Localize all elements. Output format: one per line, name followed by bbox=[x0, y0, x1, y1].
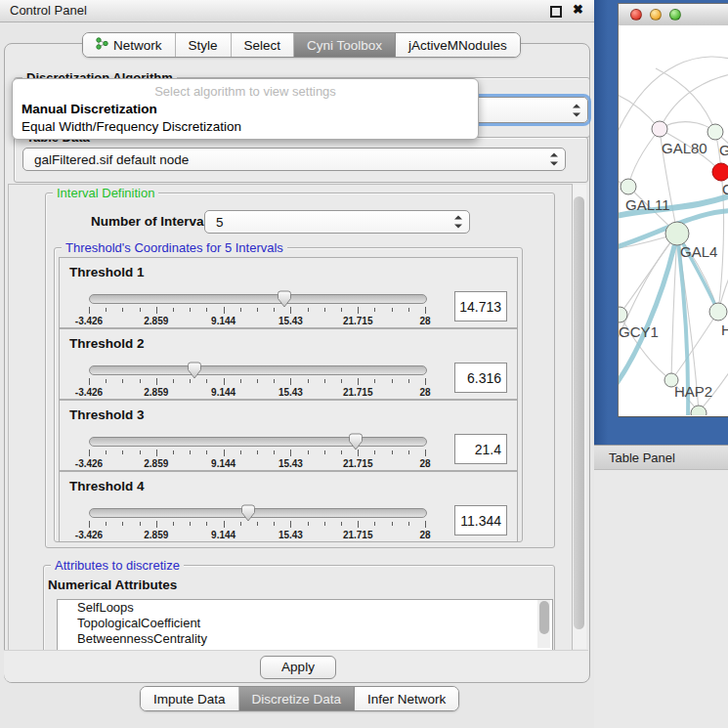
attribute-item[interactable]: BetweennessCentrality bbox=[58, 631, 552, 647]
top-tab-bar: NetworkStyleSelectCyni ToolboxjActiveMNo… bbox=[82, 32, 521, 58]
tab-network[interactable]: Network bbox=[83, 33, 176, 57]
node-label: HAP2 bbox=[674, 383, 712, 400]
node-label: GAL80 bbox=[662, 140, 707, 156]
tab-label: Select bbox=[244, 38, 281, 53]
numerical-attributes-list[interactable]: SelfLoopsTopologicalCoefficientBetweenne… bbox=[57, 599, 553, 651]
interval-definition-title: Interval Definition bbox=[53, 186, 158, 200]
zoom-traffic-light-icon[interactable] bbox=[669, 9, 681, 21]
node-label: H bbox=[721, 321, 728, 338]
algorithm-popup: Select algorithm to view settings Manual… bbox=[12, 78, 479, 140]
table-panel-title: Table Panel bbox=[609, 450, 675, 465]
tab-label: Style bbox=[189, 38, 218, 53]
network-icon bbox=[96, 37, 108, 53]
list-scrollbar[interactable] bbox=[537, 600, 550, 648]
node-label: GCY1 bbox=[619, 323, 659, 340]
network-node-c[interactable] bbox=[712, 163, 728, 181]
apply-button[interactable]: Apply bbox=[260, 656, 336, 679]
tab-impute-data[interactable]: Impute Data bbox=[141, 687, 239, 710]
threshold-value-field[interactable]: 14.713 bbox=[454, 291, 507, 321]
network-node-h[interactable] bbox=[709, 303, 727, 321]
tab-discretize-data[interactable]: Discretize Data bbox=[239, 687, 356, 710]
table-data-combo[interactable]: galFiltered.sif default node bbox=[22, 148, 566, 171]
thresholds-group: Threshold's Coordinates for 5 Intervals … bbox=[54, 247, 523, 542]
network-node-gal11[interactable] bbox=[621, 179, 636, 194]
num-intervals-label: Number of Intervals bbox=[91, 214, 215, 229]
num-intervals-value: 5 bbox=[216, 215, 224, 230]
tab-label: jActiveMNodules bbox=[408, 38, 507, 53]
tab-infer-network[interactable]: Infer Network bbox=[355, 687, 458, 710]
table-panel-area: ⚙ ☑ ☑ shared…na YDL19…YDL1YDR27…YDR2YBR0… bbox=[594, 470, 728, 728]
tab-label: Impute Data bbox=[153, 692, 226, 707]
network-window-titlebar bbox=[619, 4, 728, 26]
tab-jactivemnodules[interactable]: jActiveMNodules bbox=[396, 33, 520, 57]
threshold-label: Threshold 4 bbox=[69, 479, 145, 493]
threshold-slider[interactable] bbox=[89, 365, 427, 375]
vertical-scrollbar[interactable] bbox=[573, 185, 586, 649]
tab-cyni-toolbox[interactable]: Cyni Toolbox bbox=[294, 33, 396, 57]
tab-label: Infer Network bbox=[367, 692, 446, 707]
slider-tick-labels: -3.4262.8599.14415.4321.71528 bbox=[89, 316, 425, 327]
slider-ticks bbox=[89, 378, 425, 386]
threshold-slider[interactable] bbox=[89, 508, 427, 518]
combo-arrows-icon bbox=[550, 153, 558, 166]
node-label: GAL4 bbox=[680, 243, 717, 260]
tab-label: Cyni Toolbox bbox=[307, 38, 382, 53]
slider-ticks bbox=[89, 521, 425, 529]
num-intervals-combo[interactable]: 5 bbox=[204, 210, 470, 234]
network-canvas[interactable]: GAL80GACGAL11GAL4GCY1HHAP2 bbox=[619, 25, 728, 415]
bottom-tab-bar: Impute DataDiscretize DataInfer Network bbox=[140, 686, 459, 711]
tab-style[interactable]: Style bbox=[176, 33, 232, 57]
attribute-item[interactable]: TopologicalCoefficient bbox=[58, 616, 552, 631]
threshold-value-field[interactable]: 21.4 bbox=[454, 434, 507, 464]
attribute-item[interactable]: SelfLoops bbox=[58, 600, 552, 616]
node-label: GAL11 bbox=[625, 196, 670, 213]
list-scrollbar-thumb[interactable] bbox=[539, 601, 549, 634]
network-node-ga[interactable] bbox=[707, 124, 723, 140]
interval-definition-group: Interval Definition Number of Intervals … bbox=[45, 193, 555, 548]
threshold-value-field[interactable]: 6.316 bbox=[454, 363, 507, 393]
attributes-group-title: Attributes to discretize bbox=[51, 558, 184, 573]
popup-hint: Select algorithm to view settings bbox=[13, 84, 478, 99]
panel-title: Control Panel bbox=[10, 3, 87, 18]
control-panel-titlebar: Control Panel ✖ bbox=[0, 0, 594, 22]
threshold-value-field[interactable]: 11.344 bbox=[454, 505, 507, 535]
network-node-gal4[interactable] bbox=[665, 222, 689, 245]
table-data-group: Table Data galFiltered.sif default node bbox=[14, 137, 588, 183]
numerical-attributes-label: Numerical Attributes bbox=[48, 578, 177, 592]
network-node-gal80[interactable] bbox=[652, 121, 667, 137]
threshold-panel-4: Threshold 4-3.4262.8599.14415.4321.71528… bbox=[59, 471, 518, 542]
scrollbar-thumb[interactable] bbox=[574, 196, 584, 629]
threshold-panel-3: Threshold 3-3.4262.8599.14415.4321.71528… bbox=[59, 400, 518, 471]
threshold-slider[interactable] bbox=[89, 437, 427, 447]
table-data-combo-value: galFiltered.sif default node bbox=[34, 152, 189, 167]
close-traffic-light-icon[interactable] bbox=[630, 9, 642, 21]
popup-option-manual[interactable]: Manual Discretization bbox=[21, 102, 157, 116]
slider-ticks bbox=[89, 307, 425, 315]
combo-arrows-icon bbox=[454, 216, 462, 229]
threshold-label: Threshold 3 bbox=[69, 407, 145, 422]
tab-label: Network bbox=[113, 38, 162, 53]
apply-bar: Apply bbox=[4, 650, 588, 682]
threshold-label: Threshold 1 bbox=[69, 265, 145, 279]
threshold-label: Threshold 2 bbox=[69, 336, 145, 351]
node-label: C bbox=[722, 181, 728, 197]
float-window-icon[interactable] bbox=[550, 6, 562, 18]
network-nodes: GAL80GACGAL11GAL4GCY1HHAP2 bbox=[619, 121, 728, 415]
network-node[interactable] bbox=[691, 406, 707, 415]
node-label: GA bbox=[719, 142, 728, 158]
popup-option-equal-width[interactable]: Equal Width/Frequency Discretization bbox=[21, 119, 241, 134]
thresholds-group-title: Threshold's Coordinates for 5 Intervals bbox=[62, 240, 287, 255]
slider-tick-labels: -3.4262.8599.14415.4321.71528 bbox=[89, 387, 425, 399]
table-panel-bar: Table Panel bbox=[594, 445, 728, 470]
threshold-panel-2: Threshold 2-3.4262.8599.14415.4321.71528… bbox=[59, 328, 518, 400]
slider-tick-labels: -3.4262.8599.14415.4321.71528 bbox=[89, 530, 425, 541]
network-graph: GAL80GACGAL11GAL4GCY1HHAP2 bbox=[619, 25, 728, 415]
slider-tick-labels: -3.4262.8599.14415.4321.71528 bbox=[89, 458, 425, 470]
tab-label: Discretize Data bbox=[252, 692, 342, 707]
close-icon[interactable]: ✖ bbox=[573, 2, 583, 17]
network-view-window: GAL80GACGAL11GAL4GCY1HHAP2 bbox=[618, 3, 728, 417]
tab-select[interactable]: Select bbox=[232, 33, 295, 57]
threshold-slider[interactable] bbox=[89, 294, 427, 304]
combo-arrows-icon bbox=[573, 104, 580, 116]
minimize-traffic-light-icon[interactable] bbox=[650, 9, 662, 21]
